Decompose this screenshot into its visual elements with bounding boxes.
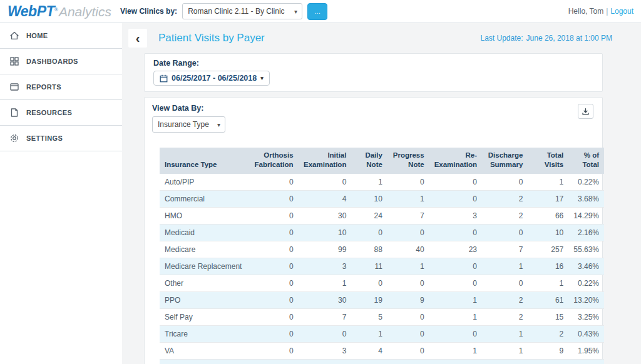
value-cell: 0.22%: [568, 275, 604, 291]
value-cell: 0: [247, 275, 298, 291]
value-cell: 0: [247, 325, 298, 342]
value-cell: 66: [528, 207, 568, 224]
value-cell: 0: [247, 291, 298, 308]
resources-icon: [9, 108, 19, 118]
value-cell: 1: [299, 275, 352, 291]
date-range-panel: Date Range: 06/25/2017 - 06/25/2018 ▾: [144, 53, 603, 92]
view-data-selector[interactable]: Insurance Type: [152, 116, 225, 133]
value-cell: 11: [351, 258, 387, 275]
value-cell: 0: [247, 342, 298, 359]
value-cell: 1: [482, 325, 528, 342]
value-cell: 10: [299, 224, 352, 241]
value-cell: 9: [528, 342, 568, 359]
value-cell: 7: [299, 308, 352, 325]
value-cell: 257: [528, 241, 568, 258]
table-row: Commercial0410102173.68%: [160, 190, 604, 207]
payer-name-cell: Commercial: [160, 190, 247, 207]
more-options-button[interactable]: ...: [307, 3, 327, 20]
value-cell: 24: [351, 207, 387, 224]
value-cell: 2: [528, 325, 568, 342]
value-cell: 0.43%: [568, 325, 604, 342]
sidebar-item-label: SETTINGS: [26, 134, 63, 142]
sidebar-item-dashboards[interactable]: DASHBOARDS: [0, 49, 122, 74]
value-cell: 0: [482, 224, 528, 241]
value-cell: 1.52%: [568, 359, 604, 364]
sidebar-item-reports[interactable]: REPORTS: [0, 74, 122, 100]
payer-name-cell: Other: [160, 275, 247, 291]
date-range-picker[interactable]: 06/25/2017 - 06/25/2018 ▾: [153, 71, 270, 86]
download-button[interactable]: [578, 104, 593, 119]
value-cell: 14.29%: [568, 207, 604, 224]
value-cell: 1: [429, 308, 482, 325]
payer-name-cell: VA: [160, 342, 247, 359]
view-clinics-by-label: View Clinics by:: [120, 7, 177, 16]
value-cell: 17: [528, 190, 568, 207]
column-header: Initial Examination: [299, 148, 352, 174]
payer-name-cell: Medicare: [160, 241, 247, 258]
table-row: Auto/PIP00100010.22%: [160, 174, 604, 191]
back-button[interactable]: ‹: [128, 29, 147, 48]
value-cell: 9: [387, 291, 429, 308]
value-cell: 0: [351, 224, 387, 241]
logo-brand: WebPT: [8, 3, 54, 20]
view-data-select-wrap: Insurance Type: [152, 116, 225, 133]
value-cell: 7: [387, 207, 429, 224]
value-cell: 99: [299, 241, 352, 258]
sidebar-item-settings[interactable]: SETTINGS: [0, 126, 122, 151]
value-cell: 2.16%: [568, 224, 604, 241]
value-cell: 3.25%: [568, 308, 604, 325]
value-cell: 16: [528, 258, 568, 275]
value-cell: 0: [247, 308, 298, 325]
column-header: Insurance Type: [160, 148, 247, 174]
value-cell: 23: [429, 241, 482, 258]
column-header: Discharge Summary: [482, 148, 528, 174]
payer-name-cell: PPO: [160, 291, 247, 308]
value-cell: 0: [482, 174, 528, 191]
clinic-select-wrap: Roman Clinic 2.11 - By Clinic: [182, 3, 302, 19]
payer-name-cell: Self Pay: [160, 308, 247, 325]
value-cell: 1: [528, 174, 568, 191]
sidebar-item-resources[interactable]: RESOURCES: [0, 100, 122, 126]
payer-table-head: Insurance TypeOrthosis FabricationInitia…: [160, 148, 604, 174]
value-cell: 10: [351, 190, 387, 207]
value-cell: 3: [429, 207, 482, 224]
value-cell: 0: [482, 359, 528, 364]
value-cell: 19: [351, 291, 387, 308]
table-row: HMO030247326614.29%: [160, 207, 604, 224]
value-cell: 7: [482, 241, 528, 258]
settings-icon: [9, 133, 19, 143]
value-cell: 0: [299, 325, 352, 342]
table-row: WCOMP01501071.52%: [160, 359, 604, 364]
value-cell: 1: [482, 258, 528, 275]
logout-link[interactable]: Logout: [610, 7, 633, 16]
value-cell: 1: [387, 258, 429, 275]
top-header: WebPT ® Analytics View Clinics by: Roman…: [0, 0, 641, 23]
payer-name-cell: WCOMP: [160, 359, 247, 364]
logo-suffix: Analytics: [59, 4, 111, 19]
value-cell: 0: [247, 174, 298, 191]
value-cell: 0: [429, 224, 482, 241]
calendar-icon: [160, 74, 168, 83]
clinic-selector[interactable]: Roman Clinic 2.11 - By Clinic: [182, 3, 302, 19]
value-cell: 1: [351, 174, 387, 191]
table-row: Other01000010.22%: [160, 275, 604, 291]
table-row: VA03401191.95%: [160, 342, 604, 359]
table-row: Medicare099884023725755.63%: [160, 241, 604, 258]
value-cell: 30: [299, 291, 352, 308]
value-cell: 0: [429, 174, 482, 191]
main-content: ‹ Patient Visits by Payer Last Update:Ju…: [122, 23, 641, 364]
value-cell: 0: [387, 224, 429, 241]
value-cell: 0: [387, 174, 429, 191]
last-update-label: Last Update:: [481, 34, 523, 43]
webpt-analytics-logo: WebPT ® Analytics: [8, 3, 111, 20]
value-cell: 0: [299, 174, 352, 191]
value-cell: 10: [528, 224, 568, 241]
sidebar-item-home[interactable]: HOME: [0, 23, 122, 49]
value-cell: 3.68%: [568, 190, 604, 207]
sidebar-item-label: HOME: [26, 32, 48, 39]
value-cell: 1: [429, 359, 482, 364]
value-cell: 2: [482, 190, 528, 207]
value-cell: 0: [247, 258, 298, 275]
payer-name-cell: Tricare: [160, 325, 247, 342]
table-row: Tricare00100120.43%: [160, 325, 604, 342]
